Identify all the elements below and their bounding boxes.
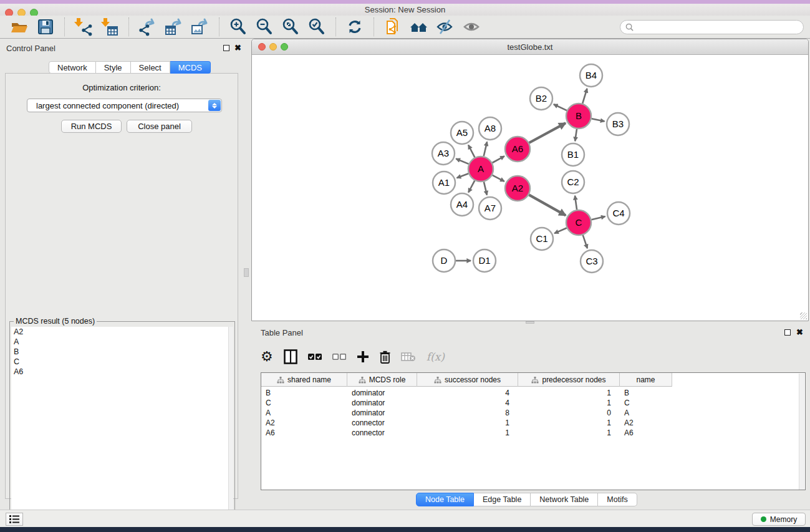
graph-node-C3[interactable]: C3 — [581, 250, 603, 273]
graph-node-C4[interactable]: C4 — [607, 202, 630, 225]
edge-A-A8[interactable] — [484, 142, 487, 156]
edge-A-A6[interactable] — [493, 156, 504, 163]
horizontal-splitter-handle[interactable] — [526, 321, 534, 324]
table-float-icon[interactable] — [784, 329, 791, 336]
delete-trash-button[interactable] — [380, 347, 390, 366]
node-table-scrollbar[interactable] — [799, 374, 804, 490]
run-mcds-button[interactable]: Run MCDS — [61, 120, 122, 133]
network-graph[interactable]: B4B2BB3A8A5A6A3B1AA1C2A2A4A7C4CC1C3DD1 — [252, 56, 808, 321]
network-zoom-traffic-light[interactable] — [281, 43, 288, 51]
edge-C-C3[interactable] — [583, 235, 587, 248]
column-header-successor-nodes[interactable]: successor nodes — [417, 373, 518, 387]
edge-B-B3[interactable] — [592, 118, 605, 121]
table-cell[interactable]: 1 — [518, 428, 620, 438]
export-network-button[interactable] — [135, 16, 161, 37]
tab-style[interactable]: Style — [96, 61, 131, 74]
table-cell[interactable]: dominator — [347, 408, 417, 418]
graph-node-A7[interactable]: A7 — [479, 197, 501, 220]
export-image-button[interactable] — [187, 16, 213, 37]
graph-node-D[interactable]: D — [433, 249, 455, 272]
graph-node-A2[interactable]: A2 — [505, 176, 530, 201]
tab-select[interactable]: Select — [131, 61, 170, 74]
table-cell[interactable]: 1 — [417, 428, 518, 438]
edge-A-A2[interactable] — [493, 175, 504, 181]
graph-node-A1[interactable]: A1 — [433, 172, 455, 194]
table-cell[interactable]: 4 — [417, 398, 518, 408]
table-cell[interactable]: C — [261, 398, 347, 408]
window-resize-grip[interactable] — [800, 312, 807, 319]
table-cell[interactable]: 8 — [417, 408, 518, 418]
graph-node-A6[interactable]: A6 — [505, 137, 530, 162]
table-cell[interactable]: A6 — [261, 428, 347, 438]
table-cell[interactable]: A — [261, 408, 347, 418]
function-fx-button[interactable]: f(x) — [427, 347, 445, 366]
result-list-scrollbar[interactable] — [228, 327, 233, 531]
edge-B-B4[interactable] — [582, 89, 587, 104]
refresh-button[interactable] — [342, 16, 368, 37]
table-cell[interactable]: A2 — [620, 418, 672, 428]
save-session-button[interactable] — [32, 16, 59, 37]
edge-A-A3[interactable] — [456, 159, 468, 164]
graph-node-A3[interactable]: A3 — [432, 142, 455, 165]
table-cell[interactable]: A2 — [261, 418, 347, 428]
table-row[interactable]: Adominator80A — [261, 408, 672, 418]
search-input[interactable] — [634, 22, 803, 33]
table-cell[interactable]: dominator — [347, 398, 417, 408]
result-list-item[interactable]: C — [11, 357, 229, 367]
search-box[interactable] — [620, 20, 804, 34]
import-table-button[interactable] — [97, 16, 123, 37]
delete-table-button[interactable] — [401, 347, 416, 366]
table-cell[interactable]: B — [261, 388, 347, 398]
graph-node-B1[interactable]: B1 — [562, 143, 584, 166]
table-row[interactable]: Cdominator41C — [261, 398, 672, 408]
columns-button[interactable] — [284, 347, 297, 366]
graph-node-A4[interactable]: A4 — [451, 193, 473, 216]
column-header-shared-name[interactable]: shared name — [261, 373, 347, 387]
edge-A6-B[interactable] — [529, 123, 566, 143]
edge-C-C4[interactable] — [591, 216, 605, 220]
edge-B-B2[interactable] — [554, 104, 567, 110]
deselect-checks-button[interactable] — [332, 347, 346, 366]
close-panel-icon[interactable]: ✖ — [234, 44, 241, 52]
settings-gear-button[interactable]: ⚙ — [261, 347, 273, 366]
column-header-name[interactable]: name — [620, 373, 672, 387]
graph-node-D1[interactable]: D1 — [473, 249, 496, 272]
table-row[interactable]: Bdominator41B — [261, 388, 672, 398]
table-cell[interactable]: B — [620, 388, 672, 398]
table-cell[interactable]: 1 — [518, 398, 620, 408]
result-list-item[interactable]: A — [11, 337, 229, 347]
column-header-MCDS-role[interactable]: MCDS role — [347, 373, 417, 387]
zoom-in-button[interactable] — [225, 16, 251, 37]
tab-node-table[interactable]: Node Table — [416, 493, 474, 506]
table-cell[interactable]: 0 — [518, 408, 620, 418]
tab-mcds[interactable]: MCDS — [170, 61, 211, 74]
close-panel-button[interactable]: Close panel — [127, 120, 192, 133]
graph-node-B2[interactable]: B2 — [530, 87, 552, 110]
export-table-button[interactable] — [161, 16, 187, 37]
tab-network-table[interactable]: Network Table — [531, 493, 598, 506]
table-cell[interactable]: 1 — [518, 418, 620, 428]
import-network-button[interactable] — [70, 16, 97, 37]
table-cell[interactable]: connector — [347, 428, 417, 438]
edge-A-A7[interactable] — [484, 181, 487, 195]
edge-B-B1[interactable] — [575, 129, 577, 141]
zoom-selected-button[interactable] — [304, 16, 330, 37]
edge-A-A4[interactable] — [468, 181, 475, 193]
network-graph-canvas[interactable]: B4B2BB3A8A5A6A3B1AA1C2A2A4A7C4CC1C3DD1 — [252, 56, 808, 321]
memory-button[interactable]: Memory — [752, 513, 806, 526]
tab-motifs[interactable]: Motifs — [598, 493, 637, 506]
graph-node-A8[interactable]: A8 — [479, 117, 501, 140]
network-minimize-traffic-light[interactable] — [269, 43, 277, 51]
graph-node-B3[interactable]: B3 — [607, 113, 629, 135]
hide-eye-button[interactable] — [432, 16, 458, 37]
network-window-titlebar[interactable]: testGlobe.txt — [252, 39, 808, 55]
zoom-fit-button[interactable] — [277, 16, 304, 37]
optimization-criterion-select[interactable]: largest connected component (directed) — [27, 99, 222, 112]
table-cell[interactable]: dominator — [347, 388, 417, 398]
result-list-item[interactable]: B — [11, 347, 229, 357]
graph-node-B4[interactable]: B4 — [580, 64, 602, 87]
table-cell[interactable]: A — [620, 408, 672, 418]
float-panel-icon[interactable] — [223, 45, 229, 51]
table-row[interactable]: A6connector11A6 — [261, 428, 672, 438]
graph-node-A[interactable]: A — [468, 157, 493, 181]
